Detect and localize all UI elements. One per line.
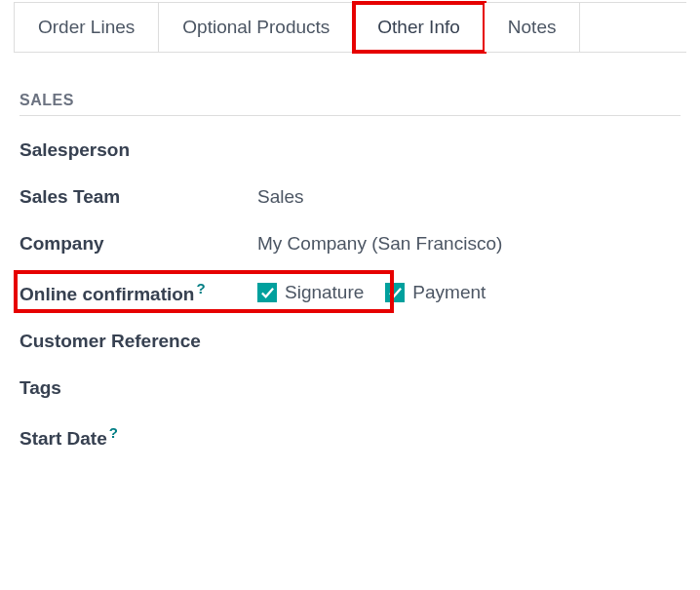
help-icon[interactable]: ?: [109, 424, 118, 441]
label-online-confirmation-text: Online confirmation: [19, 284, 194, 304]
checkbox-item-payment: Payment: [385, 282, 486, 303]
checkbox-label-payment: Payment: [412, 282, 486, 303]
label-salesperson: Salesperson: [19, 139, 257, 161]
value-sales-team[interactable]: Sales: [257, 186, 304, 208]
row-online-confirmation: Online confirmation? Signature Payment: [19, 280, 681, 305]
label-tags: Tags: [19, 377, 257, 399]
check-icon: [260, 286, 275, 300]
help-icon[interactable]: ?: [196, 280, 205, 296]
checkbox-signature[interactable]: [257, 283, 277, 302]
row-salesperson: Salesperson: [19, 139, 681, 161]
label-company: Company: [19, 233, 257, 255]
row-sales-team: Sales Team Sales: [19, 186, 681, 208]
row-company: Company My Company (San Francisco): [19, 233, 681, 255]
label-start-date: Start Date?: [19, 424, 257, 450]
tab-row: Order Lines Optional Products Other Info…: [14, 2, 686, 53]
checkbox-label-signature: Signature: [285, 282, 364, 303]
label-sales-team: Sales Team: [19, 186, 257, 208]
row-tags: Tags: [19, 377, 681, 399]
row-start-date: Start Date?: [19, 424, 681, 450]
checkbox-group-online-confirmation: Signature Payment: [257, 282, 486, 303]
row-customer-reference: Customer Reference: [19, 331, 681, 352]
check-icon: [388, 286, 403, 300]
tab-notes[interactable]: Notes: [485, 3, 581, 52]
tab-optional-products[interactable]: Optional Products: [159, 3, 354, 52]
checkbox-item-signature: Signature: [257, 282, 364, 303]
section-title-sales: SALES: [19, 92, 681, 116]
section-sales: SALES Salesperson Sales Team Sales Compa…: [0, 53, 700, 451]
checkbox-payment[interactable]: [385, 283, 405, 302]
label-customer-reference: Customer Reference: [19, 331, 257, 352]
label-online-confirmation: Online confirmation?: [19, 280, 257, 305]
label-start-date-text: Start Date: [19, 429, 107, 450]
tab-order-lines[interactable]: Order Lines: [14, 3, 159, 52]
tab-other-info[interactable]: Other Info: [354, 3, 485, 52]
value-company[interactable]: My Company (San Francisco): [257, 233, 502, 255]
